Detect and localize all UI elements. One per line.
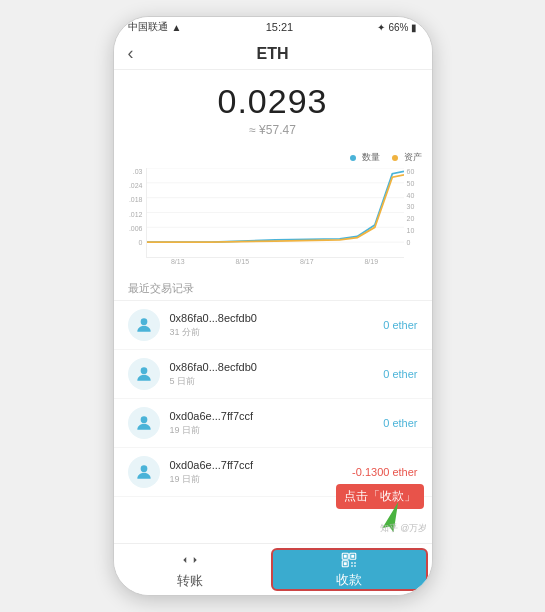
chart-left-labels: .03 .024 .018 .012 .006 0	[124, 168, 146, 258]
svg-rect-14	[351, 554, 354, 557]
svg-point-7	[140, 367, 147, 374]
transfer-label: 转账	[177, 572, 203, 590]
legend-asset: 资产	[392, 151, 422, 164]
bluetooth-icon: ✦	[377, 22, 385, 33]
receive-icon	[339, 550, 359, 569]
quantity-dot	[350, 155, 356, 161]
tx-address-3: 0xd0a6e...7ff7ccf	[170, 410, 384, 422]
tx-icon-3	[128, 407, 160, 439]
tx-amount-1: 0 ether	[383, 319, 417, 331]
status-right: ✦ 66% ▮	[377, 22, 417, 33]
tx-icon-1	[128, 309, 160, 341]
asset-dot	[392, 155, 398, 161]
status-left: 中国联通 ▲	[128, 20, 182, 34]
chart-area	[146, 168, 404, 258]
chart-right-labels: 60 50 40 30 20 10 0	[404, 168, 422, 258]
chart-legend: 数量 资产	[124, 151, 422, 164]
tx-amount-3: 0 ether	[383, 417, 417, 429]
battery-text: 66%	[388, 22, 408, 33]
transactions-section: 最近交易记录 0x86fa0...8ecfdb0 31 分前 0 ether 0…	[114, 275, 432, 497]
receive-button[interactable]: 收款	[271, 548, 428, 591]
chart-x-labels: 8/13 8/15 8/17 8/19	[146, 258, 422, 265]
svg-point-9	[140, 465, 147, 472]
header: ‹ ETH	[114, 37, 432, 70]
tx-icon-2	[128, 358, 160, 390]
tx-address-1: 0x86fa0...8ecfdb0	[170, 312, 384, 324]
bottom-bar: 转账 收款	[114, 543, 432, 595]
back-button[interactable]: ‹	[128, 43, 134, 64]
tx-address-2: 0x86fa0...8ecfdb0	[170, 361, 384, 373]
balance-cny: ≈ ¥57.47	[114, 123, 432, 137]
tx-details-2: 0x86fa0...8ecfdb0 5 日前	[170, 361, 384, 388]
svg-point-6	[140, 318, 147, 325]
receive-label: 收款	[336, 571, 362, 589]
transfer-button[interactable]: 转账	[114, 544, 267, 595]
status-bar: 中国联通 ▲ 15:21 ✦ 66% ▮	[114, 17, 432, 37]
tx-time-4: 19 日前	[170, 473, 353, 486]
balance-section: 0.0293 ≈ ¥57.47	[114, 70, 432, 145]
watermark: 知乎 @万岁	[380, 522, 428, 535]
tx-details-4: 0xd0a6e...7ff7ccf 19 日前	[170, 459, 353, 486]
section-title: 最近交易记录	[114, 275, 432, 301]
tx-icon-4	[128, 456, 160, 488]
tx-address-4: 0xd0a6e...7ff7ccf	[170, 459, 353, 471]
annotation: 点击「收款」	[336, 484, 424, 509]
tx-item-2[interactable]: 0x86fa0...8ecfdb0 5 日前 0 ether	[114, 350, 432, 399]
tx-amount-4: -0.1300 ether	[352, 466, 417, 478]
chart-container: .03 .024 .018 .012 .006 0	[124, 168, 422, 258]
page-title: ETH	[257, 45, 289, 62]
svg-point-8	[140, 416, 147, 423]
tx-details-1: 0x86fa0...8ecfdb0 31 分前	[170, 312, 384, 339]
status-time: 15:21	[266, 21, 294, 33]
svg-rect-15	[344, 562, 347, 565]
tx-time-1: 31 分前	[170, 326, 384, 339]
chart-section: 数量 资产 .03 .024 .018 .012 .006 0	[114, 145, 432, 269]
svg-rect-18	[351, 565, 353, 567]
tx-details-3: 0xd0a6e...7ff7ccf 19 日前	[170, 410, 384, 437]
annotation-arrow	[378, 501, 406, 541]
battery-icon: ▮	[411, 22, 417, 33]
balance-amount: 0.0293	[114, 82, 432, 121]
tx-amount-2: 0 ether	[383, 368, 417, 380]
legend-quantity: 数量	[350, 151, 380, 164]
svg-rect-16	[351, 562, 353, 564]
svg-rect-13	[344, 554, 347, 557]
carrier-text: 中国联通	[128, 20, 168, 34]
tx-item-1[interactable]: 0x86fa0...8ecfdb0 31 分前 0 ether	[114, 301, 432, 350]
tx-time-2: 5 日前	[170, 375, 384, 388]
tx-item-3[interactable]: 0xd0a6e...7ff7ccf 19 日前 0 ether	[114, 399, 432, 448]
svg-rect-17	[354, 562, 356, 564]
svg-rect-19	[354, 565, 356, 567]
tx-time-3: 19 日前	[170, 424, 384, 437]
transfer-icon	[180, 550, 200, 570]
wifi-icon: ▲	[172, 22, 182, 33]
